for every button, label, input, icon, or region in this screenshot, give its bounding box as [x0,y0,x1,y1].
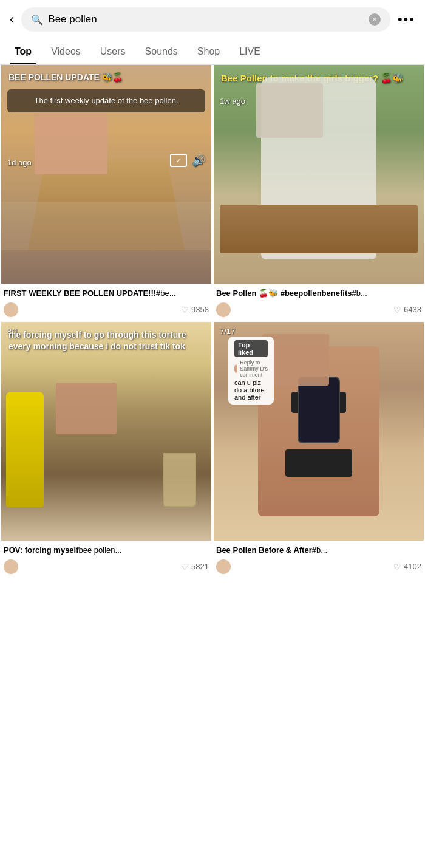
header: ‹ 🔍 Bee pollen × ••• [0,0,425,39]
comment-text: can u plz do a bfore and after [234,379,268,401]
volume-icon: 🔊 [192,154,205,167]
video-thumbnail-3[interactable]: me forcing myself to go through this tor… [1,322,211,541]
card2-title-bold: Bee Pollen 🍒🐝 #beepollenbenefits [216,289,352,299]
card1-caption: The first weekly update of the bee polle… [7,89,205,112]
bottom-spacer [0,576,425,868]
clear-search-button[interactable]: × [369,13,381,26]
card3-title: POV: forcing myself bee pollen... [4,545,209,556]
caption-icon: ✓ [170,154,187,167]
video-card-1[interactable]: BEE POLLEN UPDATE 🐝🍒 The first weekly up… [1,65,211,320]
card1-title-normal: #be... [156,289,176,299]
card1-title: FIRST WEEKLY BEE POLLEN UPDATE!!! #be... [4,289,209,299]
card1-time: 1d ago [7,158,32,167]
card1-title-bold: FIRST WEEKLY BEE POLLEN UPDATE!!! [4,289,156,299]
commenter-avatar [234,364,237,373]
heart-icon-4: ♡ [393,562,401,572]
card3-likes: ♡ 5821 [181,562,209,572]
search-input[interactable]: Bee pollen [48,13,364,26]
tab-users[interactable]: Users [90,39,135,64]
card4-likes: ♡ 4102 [393,562,421,572]
top-liked-badge: Top liked [234,340,268,357]
video-thumbnail-1[interactable]: BEE POLLEN UPDATE 🐝🍒 The first weekly up… [1,65,211,284]
card3-title-bold: POV: forcing myself [4,545,79,556]
heart-icon-3: ♡ [181,562,189,572]
heart-icon-1: ♡ [181,305,189,315]
card2-avatar [216,302,231,317]
video-card-2[interactable]: Bee Pollen to make the girls bigger? 🍒🐝 … [214,65,424,320]
card3-avatar [4,559,18,574]
search-tabs: Top Videos Users Sounds Shop LIVE [0,39,425,65]
card1-avatar [4,302,18,317]
card4-meta: ♡ 4102 [216,559,421,574]
card3-title-normal: bee pollen... [79,545,122,556]
card3-meta: ♡ 5821 [4,559,209,574]
card4-title-bold: Bee Pollen Before & After [216,545,312,556]
video-card-4[interactable]: Top liked Reply to Sammy D's comment can… [214,322,424,576]
heart-icon-2: ♡ [393,305,401,315]
tab-live[interactable]: LIVE [229,39,270,64]
card4-info: Bee Pollen Before & After #b... ♡ 4102 [214,541,424,576]
video-card-3[interactable]: me forcing myself to go through this tor… [1,322,211,576]
card3-overlay-text: me forcing myself to go through this tor… [8,329,204,353]
search-bar[interactable]: 🔍 Bee pollen × [21,7,390,32]
card4-title-normal: #b... [312,545,327,556]
video-grid: BEE POLLEN UPDATE 🐝🍒 The first weekly up… [0,65,425,320]
card2-title-normal: #b... [352,289,367,299]
card1-icons: ✓ 🔊 [170,154,205,167]
video-thumbnail-4[interactable]: Top liked Reply to Sammy D's comment can… [214,322,424,541]
card1-info: FIRST WEEKLY BEE POLLEN UPDATE!!! #be...… [1,284,211,320]
tab-top[interactable]: Top [5,39,41,64]
card2-info: Bee Pollen 🍒🐝 #beepollenbenefits #b... ♡… [214,284,424,320]
card2-time: 1w ago [220,97,245,106]
card1-likes: ♡ 9358 [181,305,209,315]
card4-time: 7/17 [220,327,235,336]
tab-sounds[interactable]: Sounds [135,39,188,64]
tab-videos[interactable]: Videos [41,39,90,64]
card4-title: Bee Pollen Before & After #b... [216,545,421,556]
video-grid-row2: me forcing myself to go through this tor… [0,322,425,576]
more-options-button[interactable]: ••• [398,12,415,27]
search-icon: 🔍 [31,14,43,26]
card4-avatar [216,559,231,574]
card1-top-text: BEE POLLEN UPDATE 🐝🍒 [1,65,211,89]
reply-to-text: Reply to Sammy D's comment [240,360,268,378]
card3-info: POV: forcing myself bee pollen... ♡ 5821 [1,541,211,576]
card1-meta: ♡ 9358 [4,302,209,317]
back-button[interactable]: ‹ [10,12,14,27]
card2-title: Bee Pollen 🍒🐝 #beepollenbenefits #b... [216,289,421,299]
card2-likes: ♡ 6433 [393,305,421,315]
video-thumbnail-2[interactable]: Bee Pollen to make the girls bigger? 🍒🐝 … [214,65,424,284]
card2-meta: ♡ 6433 [216,302,421,317]
tab-shop[interactable]: Shop [188,39,229,64]
